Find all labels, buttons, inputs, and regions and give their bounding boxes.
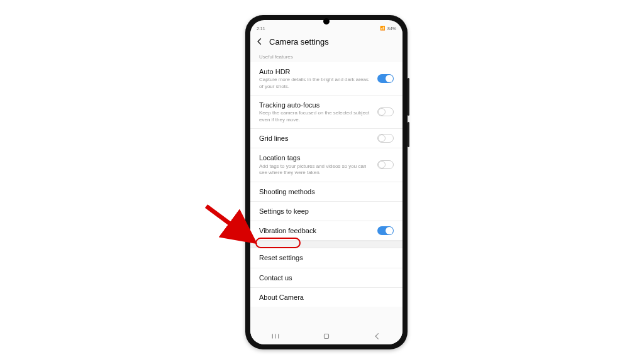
tracking-af-title: Tracking auto-focus <box>259 101 372 109</box>
back-icon[interactable] <box>254 36 265 47</box>
volume-button <box>408 78 409 116</box>
location-tags-sub: Add tags to your pictures and videos so … <box>259 163 372 177</box>
battery-text: 84% <box>387 26 396 31</box>
svg-line-5 <box>206 206 250 239</box>
location-tags-title: Location tags <box>259 153 372 162</box>
settings-to-keep-row[interactable]: Settings to keep <box>250 202 402 221</box>
about-title: About Camera <box>259 293 389 302</box>
status-time: 2:11 <box>257 26 265 31</box>
settings-list[interactable]: Useful features Auto HDR Capture more de… <box>250 52 402 329</box>
shooting-methods-title: Shooting methods <box>259 187 389 196</box>
contact-us-row[interactable]: Contact us <box>250 268 402 288</box>
shooting-methods-row[interactable]: Shooting methods <box>250 182 402 202</box>
settings-keep-title: Settings to keep <box>259 207 389 216</box>
tracking-autofocus-row[interactable]: Tracking auto-focus Keep the camera focu… <box>250 96 402 129</box>
reset-settings-title: Reset settings <box>259 253 389 262</box>
location-tags-row[interactable]: Location tags Add tags to your pictures … <box>250 148 402 182</box>
svg-rect-3 <box>324 334 328 338</box>
vibration-title: Vibration feedback <box>259 226 372 235</box>
auto-hdr-sub: Capture more details in the bright and d… <box>259 77 372 90</box>
front-camera-notch <box>323 18 330 25</box>
header: Camera settings <box>250 31 402 52</box>
android-back-button[interactable] <box>368 332 387 343</box>
wifi-icon: 📶 <box>380 26 386 31</box>
screen: 2:11 📶 84% Camera settings Useful featur… <box>250 20 402 344</box>
phone-frame: 2:11 📶 84% Camera settings Useful featur… <box>245 15 408 349</box>
vibration-feedback-row[interactable]: Vibration feedback <box>250 221 402 241</box>
android-nav-bar <box>250 329 402 344</box>
auto-hdr-title: Auto HDR <box>259 67 372 76</box>
tracking-af-toggle[interactable] <box>377 107 394 116</box>
vibration-toggle[interactable] <box>377 226 394 235</box>
page-title: Camera settings <box>269 37 329 47</box>
recents-button[interactable] <box>266 332 285 343</box>
power-button <box>408 122 409 147</box>
grid-lines-toggle[interactable] <box>377 134 394 143</box>
tracking-af-sub: Keep the camera focused on the selected … <box>259 110 372 123</box>
about-camera-row[interactable]: About Camera <box>250 288 402 307</box>
section-gap <box>250 241 402 248</box>
contact-title: Contact us <box>259 273 389 282</box>
grid-lines-row[interactable]: Grid lines <box>250 129 402 148</box>
section-useful-features: Useful features <box>250 52 402 62</box>
auto-hdr-toggle[interactable] <box>377 74 394 83</box>
grid-lines-title: Grid lines <box>259 134 372 143</box>
location-tags-toggle[interactable] <box>377 160 394 169</box>
reset-settings-row[interactable]: Reset settings <box>250 248 402 268</box>
auto-hdr-row[interactable]: Auto HDR Capture more details in the bri… <box>250 62 402 96</box>
home-button[interactable] <box>317 332 336 343</box>
